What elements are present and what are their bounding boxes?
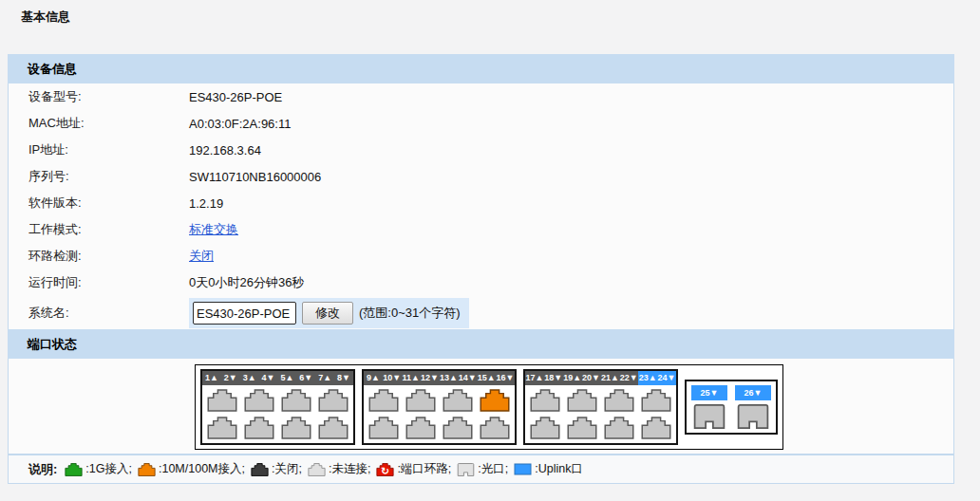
- rj45-port-icon: [480, 417, 510, 439]
- port-23[interactable]: [641, 389, 671, 412]
- info-row-ip-address: IP地址: 192.168.3.64: [9, 137, 953, 163]
- rj45-port-icon: [405, 417, 436, 439]
- info-row-model: 设备型号: ES430-26P-POE: [9, 84, 953, 110]
- port-14[interactable]: [443, 417, 473, 439]
- uptime-label: 运行时间:: [28, 274, 189, 291]
- work-mode-link[interactable]: 标准交换: [189, 221, 238, 238]
- serial-number-label: 序列号:: [28, 168, 189, 185]
- port-number-label: 1▲: [202, 371, 221, 385]
- rj45-port-icon: [251, 463, 269, 476]
- rj45-port-icon: [604, 417, 634, 439]
- device-info-section-header: 设备信息: [8, 54, 954, 84]
- legend-item: :1G接入;: [65, 461, 132, 477]
- svg-text:↻: ↻: [381, 464, 389, 475]
- legend-item-label: :未连接;: [329, 461, 370, 477]
- port-4[interactable]: [244, 417, 274, 439]
- loop-detect-link[interactable]: 关闭: [189, 248, 214, 265]
- model-label: 设备型号:: [28, 88, 189, 105]
- legend-item-label: :1G接入;: [85, 461, 132, 477]
- port-7[interactable]: [318, 389, 349, 412]
- system-name-field-group: 修改 (范围:0~31个字符): [189, 298, 469, 328]
- rj45-port-icon: [443, 417, 473, 439]
- port-number-label: 14▼: [458, 371, 477, 385]
- port-2[interactable]: [207, 417, 237, 439]
- port-18[interactable]: [530, 417, 560, 439]
- port-block: 1▲2▼3▲4▼5▲6▼7▲8▼: [200, 369, 355, 445]
- port-12[interactable]: [405, 417, 436, 439]
- system-name-label: 系统名:: [28, 305, 189, 322]
- info-row-work-mode: 工作模式: 标准交换: [9, 216, 953, 243]
- port-9[interactable]: [368, 389, 399, 412]
- port-16[interactable]: [480, 417, 510, 439]
- port-number-label: 5▲: [278, 371, 297, 385]
- port-22[interactable]: [604, 417, 634, 439]
- port-loop-icon: ↻: [376, 463, 394, 476]
- rj45-port-icon: [318, 389, 349, 412]
- port-1[interactable]: [207, 389, 237, 412]
- info-row-serial-number: 序列号: SW110710NB16000006: [9, 163, 953, 190]
- port-block-body: [364, 385, 515, 443]
- model-value: ES430-26P-POE: [189, 90, 282, 104]
- port-legend: 说明: :1G接入;:10M/100M接入;:关闭;:未连接;↻:端口环路;:光…: [8, 455, 954, 484]
- port-25[interactable]: [693, 404, 726, 429]
- ip-address-label: IP地址:: [28, 141, 189, 158]
- port-24[interactable]: [641, 417, 671, 439]
- page-title: 基本信息: [21, 9, 70, 26]
- rj45-port-icon: [405, 389, 436, 412]
- legend-item-label: :端口环路;: [397, 461, 451, 477]
- port-number-label: 6▼: [296, 371, 315, 385]
- uplink-swatch-icon: [514, 463, 532, 475]
- rj45-port-icon: [244, 389, 274, 412]
- port-number-label: 25▼: [691, 385, 727, 400]
- port-number-label: 13▲: [440, 371, 459, 385]
- port-3[interactable]: [244, 389, 274, 412]
- port-10[interactable]: [368, 417, 399, 439]
- rj45-port-icon: [207, 417, 237, 439]
- port-11[interactable]: [405, 389, 436, 412]
- port-block: 9▲10▼11▲12▼13▲14▼15▲16▼: [362, 369, 517, 445]
- port-6[interactable]: [281, 417, 311, 439]
- port-15[interactable]: [480, 389, 510, 412]
- port-17[interactable]: [530, 389, 560, 412]
- port-number-label: 18▼: [544, 371, 563, 385]
- legend-item: ↻:端口环路;: [376, 461, 451, 477]
- rj45-port-icon: [368, 417, 399, 439]
- firmware-version-label: 软件版本:: [28, 195, 189, 212]
- port-block-body: [202, 385, 353, 443]
- port-13[interactable]: [443, 389, 473, 412]
- port-status-panel: 端口状态 1▲2▼3▲4▼5▲6▼7▲8▼9▲10▼11▲12▼13▲14▼15…: [8, 329, 954, 484]
- legend-item-label: :关闭;: [272, 461, 302, 477]
- port-row: [368, 417, 510, 439]
- port-number-label: 2▼: [221, 371, 240, 385]
- legend-item: :未连接;: [308, 461, 370, 477]
- port-number-label: 26▼: [735, 385, 771, 400]
- sfp-port-icon: [457, 463, 475, 476]
- port-19[interactable]: [567, 389, 597, 412]
- firmware-version-value: 1.2.19: [189, 196, 223, 211]
- modify-button[interactable]: 修改: [302, 302, 353, 325]
- port-number-label: 21▲: [601, 371, 620, 385]
- port-20[interactable]: [567, 417, 597, 439]
- port-26[interactable]: [737, 404, 769, 429]
- basic-info-page: 基本信息 设备信息 设备型号: ES430-26P-POE MAC地址: A0:…: [0, 0, 980, 501]
- port-row: [530, 417, 671, 439]
- port-21[interactable]: [604, 389, 634, 412]
- mac-address-label: MAC地址:: [28, 115, 189, 132]
- port-row: [207, 417, 349, 439]
- port-block-header: 17▲18▼19▲20▼21▲22▼23▲24▼: [525, 371, 676, 385]
- device-info-panel: 设备信息 设备型号: ES430-26P-POE MAC地址: A0:03:0F…: [8, 54, 954, 331]
- port-number-label: 11▲: [402, 371, 421, 385]
- rj45-port-icon: [530, 417, 560, 439]
- system-name-input[interactable]: [193, 302, 296, 325]
- port-block-body: [525, 385, 676, 443]
- port-5[interactable]: [281, 389, 311, 412]
- legend-item-label: :Uplink口: [535, 461, 583, 477]
- port-block-header: 9▲10▼11▲12▼13▲14▼15▲16▼: [364, 371, 515, 385]
- legend-item-label: :光口;: [478, 461, 508, 477]
- rj45-port-icon: [641, 389, 671, 412]
- port-number-label: 12▼: [421, 371, 440, 385]
- system-name-range-hint: (范围:0~31个字符): [359, 305, 461, 322]
- port-8[interactable]: [318, 417, 349, 439]
- port-row: [207, 389, 349, 412]
- rj45-port-icon: [567, 417, 597, 439]
